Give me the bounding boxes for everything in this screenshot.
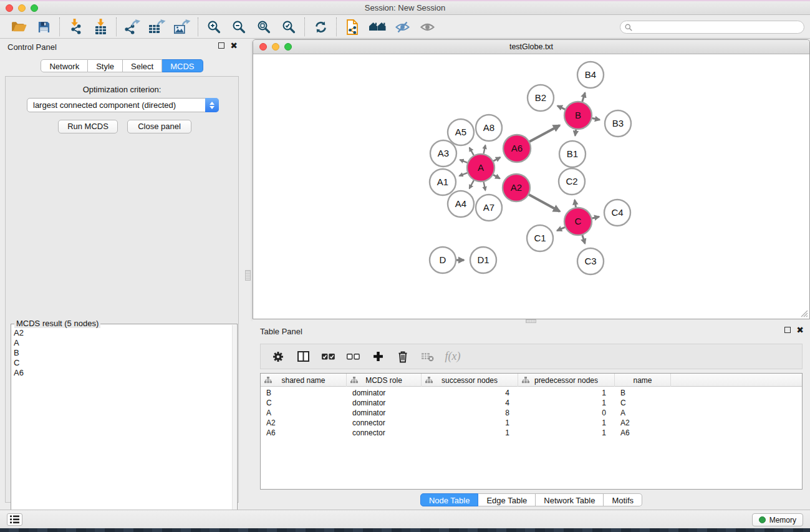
graph-edge-A6-B[interactable]: [529, 125, 559, 142]
mcds-result-item[interactable]: A2: [14, 328, 229, 338]
close-panel-icon[interactable]: ✖: [230, 42, 238, 49]
hide-selected-button[interactable]: [390, 17, 415, 37]
table-cell[interactable]: B: [615, 388, 671, 398]
memory-button[interactable]: Memory: [752, 513, 803, 526]
graph-node-A3[interactable]: A3: [430, 140, 456, 167]
vertical-splitter[interactable]: [244, 39, 253, 510]
splitter-grip-icon[interactable]: [245, 270, 251, 281]
mcds-result-item[interactable]: A: [14, 338, 229, 348]
tab-network-table[interactable]: Network Table: [536, 493, 604, 506]
graph-edge-B-B1[interactable]: [575, 130, 576, 136]
table-cell[interactable]: 1: [518, 388, 615, 398]
tab-network[interactable]: Network: [41, 59, 88, 72]
window-resize-grip[interactable]: [799, 309, 808, 317]
table-row[interactable]: A6connector11A6: [261, 428, 802, 438]
network-canvas[interactable]: B4B2BB3A8A5A6A3B1AA1C2A2A4A7C4CC1C3DD1: [253, 54, 809, 319]
tab-style[interactable]: Style: [88, 59, 123, 72]
table-cell[interactable]: dominator: [347, 388, 422, 398]
graph-edge-B-B2[interactable]: [557, 106, 565, 110]
graph-node-B2[interactable]: B2: [528, 85, 554, 111]
close-panel-icon[interactable]: ✖: [796, 326, 804, 334]
graph-node-A6[interactable]: A6: [503, 135, 531, 162]
table-cell[interactable]: 1: [518, 398, 615, 408]
zoom-fit-button[interactable]: [251, 17, 276, 37]
column-header-successor-nodes[interactable]: successor nodes: [422, 374, 518, 387]
export-image-button[interactable]: [170, 17, 195, 37]
table-cell[interactable]: A: [261, 408, 347, 418]
column-header-shared-name[interactable]: shared name: [261, 374, 347, 387]
open-session-button[interactable]: [6, 17, 31, 37]
home-panels-button[interactable]: [365, 17, 390, 37]
table-cell[interactable]: A: [615, 408, 671, 418]
table-row[interactable]: Cdominator41C: [261, 398, 802, 408]
float-panel-icon[interactable]: [218, 42, 224, 49]
graph-node-A5[interactable]: A5: [448, 119, 474, 145]
table-cell[interactable]: B: [261, 388, 347, 398]
graph-node-A4[interactable]: A4: [448, 191, 474, 217]
mcds-result-scrollbar[interactable]: [232, 325, 236, 532]
graph-node-B1[interactable]: B1: [559, 141, 586, 167]
delete-table-button[interactable]: [392, 347, 414, 367]
graph-edge-A-A1[interactable]: [459, 173, 467, 176]
save-session-button[interactable]: [31, 17, 56, 37]
table-cell[interactable]: connector: [347, 418, 422, 428]
graph-edge-B-B3[interactable]: [592, 118, 600, 120]
graph-edge-B-B4[interactable]: [582, 92, 585, 102]
graph-node-B[interactable]: B: [564, 102, 592, 129]
graph-node-A7[interactable]: A7: [476, 195, 502, 221]
show-selected-button[interactable]: [415, 17, 440, 37]
table-cell[interactable]: 0: [518, 408, 615, 418]
table-cell[interactable]: dominator: [347, 408, 422, 418]
graph-edge-C-C1[interactable]: [557, 227, 565, 231]
show-columns-button[interactable]: [292, 347, 314, 367]
graph-node-C4[interactable]: C4: [604, 200, 630, 226]
table-row[interactable]: A2connector11A2: [261, 418, 802, 428]
graph-node-C1[interactable]: C1: [527, 225, 553, 251]
close-panel-button[interactable]: Close panel: [127, 120, 191, 133]
export-table-button[interactable]: [145, 17, 170, 37]
graph-edge-C-C4[interactable]: [592, 216, 599, 218]
search-input[interactable]: [635, 22, 804, 32]
column-header-name[interactable]: name: [615, 374, 671, 387]
search-field[interactable]: [620, 21, 804, 34]
graph-node-B4[interactable]: B4: [577, 62, 604, 88]
tab-mcds[interactable]: MCDS: [162, 59, 203, 72]
graph-edge-A2-C[interactable]: [529, 195, 559, 211]
zoom-selected-button[interactable]: [276, 17, 301, 37]
tab-edge-table[interactable]: Edge Table: [478, 493, 536, 506]
table-cell[interactable]: A6: [615, 428, 671, 438]
table-cell[interactable]: dominator: [347, 398, 422, 408]
mcds-result-item[interactable]: A6: [14, 368, 229, 378]
table-cell[interactable]: 4: [422, 388, 518, 398]
export-network-button[interactable]: [120, 17, 145, 37]
refresh-button[interactable]: [308, 17, 333, 37]
table-cell[interactable]: A2: [615, 418, 671, 428]
select-all-button[interactable]: [317, 347, 339, 367]
zoom-out-button[interactable]: [226, 17, 251, 37]
column-header-mcds-role[interactable]: MCDS role: [347, 374, 422, 387]
table-cell[interactable]: C: [615, 398, 671, 408]
graph-node-A8[interactable]: A8: [476, 115, 502, 141]
graph-edge-A-A5[interactable]: [470, 148, 474, 155]
task-history-button[interactable]: [7, 513, 22, 526]
table-cell[interactable]: C: [261, 398, 347, 408]
tab-select[interactable]: Select: [123, 59, 162, 72]
table-cell[interactable]: connector: [347, 428, 422, 438]
graph-node-B3[interactable]: B3: [605, 110, 631, 137]
import-table-button[interactable]: [88, 17, 113, 37]
add-column-button[interactable]: [367, 347, 389, 367]
graph-edge-A-A4[interactable]: [470, 180, 474, 188]
graph-node-C3[interactable]: C3: [577, 248, 604, 274]
table-cell[interactable]: 1: [422, 428, 518, 438]
graph-edge-A-A8[interactable]: [484, 145, 486, 154]
new-network-from-file-button[interactable]: [340, 17, 365, 37]
table-cell[interactable]: 8: [422, 408, 518, 418]
graph-node-C[interactable]: C: [564, 208, 592, 235]
graph-edge-A-A6[interactable]: [493, 157, 500, 161]
table-cell[interactable]: 1: [518, 418, 615, 428]
graph-node-D[interactable]: D: [430, 247, 456, 273]
graph-node-A[interactable]: A: [467, 154, 494, 181]
zoom-in-button[interactable]: [201, 17, 226, 37]
run-mcds-button[interactable]: Run MCDS: [58, 120, 118, 133]
tab-node-table[interactable]: Node Table: [420, 493, 479, 506]
